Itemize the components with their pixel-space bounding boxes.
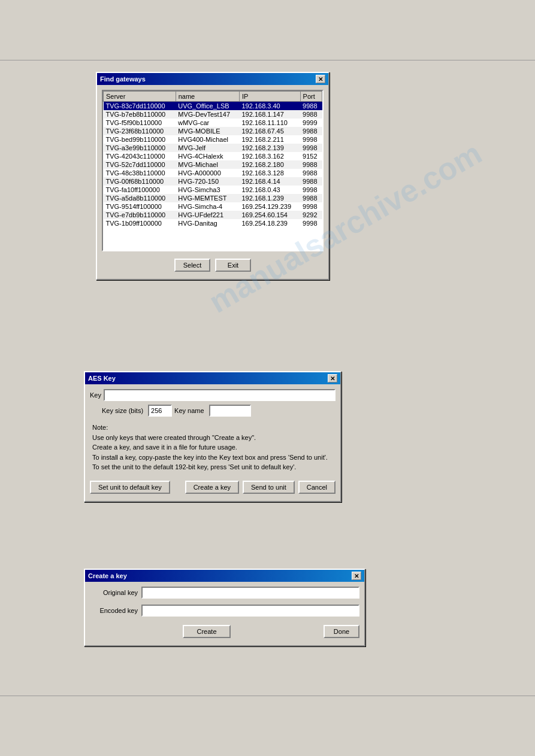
- bottom-rule: [0, 696, 535, 696]
- note-title: Note:: [92, 423, 333, 433]
- cell-ip: 192.168.67.45: [240, 127, 301, 135]
- cell-server: TVG-23f68b110000: [104, 127, 176, 135]
- cell-port: 9152: [300, 152, 322, 160]
- cell-server: TVG-bed99b110000: [104, 135, 176, 144]
- note-line1: Use only keys that were created through …: [92, 433, 333, 443]
- col-server: Server: [104, 92, 176, 102]
- cell-port: 9988: [300, 102, 322, 111]
- aes-key-title: AES Key: [88, 375, 116, 382]
- cell-name: HVG400-Michael: [176, 135, 239, 144]
- col-ip: IP: [240, 92, 301, 102]
- cancel-button[interactable]: Cancel: [298, 481, 335, 494]
- table-row[interactable]: TVG-52c7dd110000MVG-Michael192.168.2.180…: [104, 160, 322, 169]
- cell-name: MVG-Jelf: [176, 144, 239, 152]
- cell-ip: 169.254.60.154: [240, 211, 301, 219]
- cell-server: TVG-a5da8b110000: [104, 194, 176, 202]
- aes-key-content: Key Key size (bits) Key name Note: Use o…: [85, 384, 340, 501]
- cell-server: TVG-e7db9b110000: [104, 211, 176, 219]
- cell-port: 9988: [300, 169, 322, 177]
- table-row[interactable]: TVG-00f68b110000HVG-720-150192.168.4.149…: [104, 177, 322, 186]
- cell-port: 9988: [300, 110, 322, 119]
- cell-server: TVG-83c7dd110000: [104, 102, 176, 111]
- cell-server: TVG-42043c110000: [104, 152, 176, 160]
- cell-server: TVG-48c38b110000: [104, 169, 176, 177]
- table-row[interactable]: TVG-fa10ff100000HVG-Simcha3192.168.0.439…: [104, 186, 322, 194]
- cell-server: TVG-a3e99b110000: [104, 144, 176, 152]
- cell-name: HVG-Simcha-4: [176, 202, 239, 211]
- create-button[interactable]: Create: [183, 625, 231, 638]
- cell-port: 9292: [300, 211, 322, 219]
- cell-name: HVG-Simcha3: [176, 186, 239, 194]
- table-row[interactable]: TVG-bed99b110000HVG400-Michael192.168.2.…: [104, 135, 322, 144]
- aes-key-close-btn[interactable]: ✕: [328, 374, 337, 382]
- key-name-input[interactable]: [209, 405, 251, 417]
- cell-ip: 192.168.3.40: [240, 102, 301, 111]
- cell-name: HVG-MEMTEST: [176, 194, 239, 202]
- table-row[interactable]: TVG-e7db9b110000HVG-UFdef221169.254.60.1…: [104, 211, 322, 219]
- cell-ip: 192.168.11.110: [240, 119, 301, 127]
- table-row[interactable]: TVG-48c38b110000HVG-A000000192.168.3.128…: [104, 169, 322, 177]
- table-row[interactable]: TVG-a5da8b110000HVG-MEMTEST192.168.1.239…: [104, 194, 322, 202]
- cell-name: HVG-Danitag: [176, 219, 239, 227]
- key-size-row: Key size (bits) Key name: [102, 405, 335, 417]
- cell-server: TVG-fa10ff100000: [104, 186, 176, 194]
- cell-port: 9999: [300, 119, 322, 127]
- aes-key-titlebar: AES Key ✕: [85, 372, 340, 384]
- cell-port: 9988: [300, 194, 322, 202]
- table-row[interactable]: TVG-b7eb8b110000MVG-DevTest147192.168.1.…: [104, 110, 322, 119]
- create-key-close-btn[interactable]: ✕: [352, 572, 361, 580]
- key-size-label: Key size (bits): [102, 407, 143, 414]
- table-row[interactable]: TVG-42043c110000HVG-4CHalexk192.168.3.16…: [104, 152, 322, 160]
- table-row[interactable]: TVG-1b09ff100000HVG-Danitag169.254.18.23…: [104, 219, 322, 227]
- col-port: Port: [300, 92, 322, 102]
- table-row[interactable]: TVG-f5f90b110000wMVG-car192.168.11.11099…: [104, 119, 322, 127]
- create-key-button[interactable]: Create a key: [185, 481, 239, 494]
- top-rule: [0, 60, 535, 60]
- note-line4: To set the unit to the default 192-bit k…: [92, 462, 333, 472]
- gateways-table-container: Server name IP Port TVG-83c7dd110000UVG_…: [102, 90, 324, 251]
- cell-ip: 192.168.3.162: [240, 152, 301, 160]
- cell-port: 9988: [300, 177, 322, 186]
- encoded-key-input[interactable]: [141, 605, 359, 617]
- cell-server: TVG-9514ff100000: [104, 202, 176, 211]
- note-line3: To install a key, copy-paste the key int…: [92, 453, 333, 463]
- create-key-title: Create a key: [88, 572, 127, 579]
- cell-server: TVG-1b09ff100000: [104, 219, 176, 227]
- cell-name: HVG-4CHalexk: [176, 152, 239, 160]
- cell-name: UVG_Office_LSB: [176, 102, 239, 111]
- gateways-table: Server name IP Port TVG-83c7dd110000UVG_…: [103, 91, 322, 227]
- original-key-row: Original key: [90, 587, 359, 599]
- encoded-key-label: Encoded key: [90, 607, 138, 614]
- key-size-input[interactable]: [148, 405, 172, 417]
- key-input[interactable]: [104, 389, 335, 401]
- find-gateways-titlebar: Find gateways ✕: [97, 73, 328, 85]
- exit-button[interactable]: Exit: [215, 259, 251, 272]
- create-key-dialog: Create a key ✕ Original key Encoded key …: [84, 569, 365, 646]
- create-key-content: Original key Encoded key Create Done: [85, 582, 364, 645]
- cell-server: TVG-52c7dd110000: [104, 160, 176, 169]
- table-row[interactable]: TVG-23f68b110000MVG-MOBILE192.168.67.459…: [104, 127, 322, 135]
- encoded-key-row: Encoded key: [90, 605, 359, 617]
- select-button[interactable]: Select: [174, 259, 210, 272]
- cell-name: MVG-DevTest147: [176, 110, 239, 119]
- original-key-input[interactable]: [141, 587, 359, 599]
- cell-ip: 169.254.18.239: [240, 219, 301, 227]
- done-button[interactable]: Done: [324, 625, 359, 638]
- key-name-label: Key name: [174, 407, 204, 414]
- send-to-unit-button[interactable]: Send to unit: [243, 481, 295, 494]
- cell-port: 9988: [300, 160, 322, 169]
- find-gateways-dialog: Find gateways ✕ Server name IP Port TVG-…: [96, 72, 330, 280]
- cell-ip: 169.254.129.239: [240, 202, 301, 211]
- cell-ip: 192.168.2.139: [240, 144, 301, 152]
- key-row: Key: [90, 389, 335, 401]
- cell-name: wMVG-car: [176, 119, 239, 127]
- cell-ip: 192.168.0.43: [240, 186, 301, 194]
- cell-port: 9998: [300, 135, 322, 144]
- table-row[interactable]: TVG-83c7dd110000UVG_Office_LSB192.168.3.…: [104, 102, 322, 111]
- find-gateways-close-btn[interactable]: ✕: [316, 75, 325, 83]
- original-key-label: Original key: [90, 589, 138, 596]
- find-gateways-title: Find gateways: [100, 75, 146, 83]
- set-default-button[interactable]: Set unit to default key: [90, 481, 170, 494]
- table-row[interactable]: TVG-9514ff100000HVG-Simcha-4169.254.129.…: [104, 202, 322, 211]
- table-row[interactable]: TVG-a3e99b110000MVG-Jelf192.168.2.139999…: [104, 144, 322, 152]
